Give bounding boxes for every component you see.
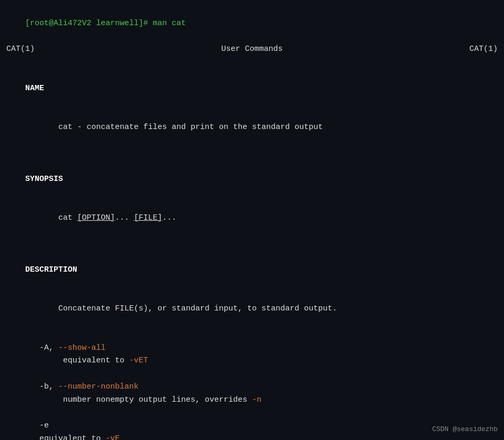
option-desc-2: equivalent to -vE [6,433,498,440]
man-header: CAT(1) User Commands CAT(1) [6,43,498,56]
description-text: Concatenate FILE(s), or standard input, … [6,290,498,329]
watermark: CSDN @seasidezhb [432,424,498,435]
name-section-label: NAME [6,69,498,108]
synopsis-cmd: cat [25,213,77,222]
description-label: DESCRIPTION [25,265,77,274]
name-description: cat - concatenate files and print on the… [6,108,498,147]
description-desc: Concatenate FILE(s), or standard input, … [25,304,337,313]
blank-opt-0 [6,368,498,381]
name-label: NAME [25,84,44,93]
name-desc-text: cat - concatenate files and print on the… [25,123,323,132]
header-right: CAT(1) [469,43,498,56]
option-flag-1: -b, --number-nonblank [6,381,498,394]
prompt-line: [root@Ali472V2 learnwell]# man cat [6,4,498,43]
synopsis-end: ... [162,213,176,222]
header-center: User Commands [221,43,282,56]
option-flag-2: -e [6,420,498,433]
synopsis-line: cat [OPTION]... [FILE]... [6,199,498,238]
header-left: CAT(1) [6,43,35,56]
synopsis-option: [OPTION] [77,213,115,222]
option-desc-0: equivalent to -vET [6,355,498,368]
blank-4 [6,329,498,342]
blank-opt-1 [6,406,498,420]
blank-1 [6,56,498,69]
synopsis-file: [FILE] [134,213,162,222]
synopsis-section-label: SYNOPSIS [6,160,498,199]
prompt-text: [root@Ali472V2 learnwell]# man cat [25,19,186,28]
option-desc-1: number nonempty output lines, overrides … [6,394,498,407]
synopsis-label: SYNOPSIS [25,175,63,184]
options-list: -A, --show-all equivalent to -vET -b, --… [6,342,498,441]
terminal: [root@Ali472V2 learnwell]# man cat CAT(1… [6,4,498,436]
description-section-label: DESCRIPTION [6,251,498,289]
blank-2 [6,147,498,160]
blank-3 [6,238,498,251]
synopsis-mid: ... [115,213,134,222]
option-flag-0: -A, --show-all [6,342,498,355]
